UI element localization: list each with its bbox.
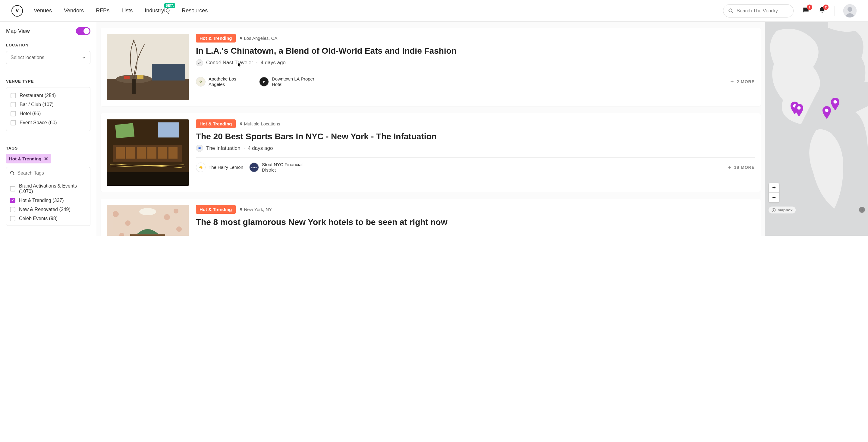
venue-link[interactable]: 🍋The Hairy Lemon — [196, 163, 243, 172]
venue-link[interactable]: StoutStout NYC Financial District — [249, 162, 307, 173]
result-card[interactable]: Hot & Trending Multiple Locations The 20… — [101, 113, 761, 192]
svg-line-5 — [13, 174, 14, 175]
active-tag-chip[interactable]: Hot & Trending ✕ — [6, 154, 51, 164]
pin-icon — [239, 36, 243, 40]
result-thumbnail — [107, 205, 189, 236]
svg-point-34 — [164, 214, 170, 220]
venue-type-event-space[interactable]: Event Space (60) — [10, 118, 86, 127]
tag-option-label: New & Renovated (249) — [19, 207, 70, 212]
tag-celeb-events[interactable]: Celeb Events (98) — [10, 214, 87, 223]
related-venues: 🍋The Hairy Lemon StoutStout NYC Financia… — [196, 162, 755, 173]
tag-hot-trending[interactable]: Hot & Trending (337) — [10, 196, 87, 205]
location-select[interactable]: Select locations — [6, 51, 90, 64]
divider — [196, 157, 755, 158]
result-time: 4 days ago — [261, 60, 286, 66]
more-venues-label: 2 MORE — [737, 79, 755, 84]
nav-vendors[interactable]: Vendors — [64, 7, 84, 14]
result-location-text: Multiple Locations — [244, 121, 280, 126]
map-view-toggle[interactable] — [76, 27, 90, 35]
result-location: Los Angeles, CA — [239, 36, 278, 41]
venue-type-hotel[interactable]: Hotel (96) — [10, 109, 86, 118]
source-logo-icon: IF — [196, 145, 203, 152]
tag-option-label: Hot & Trending (337) — [19, 198, 64, 203]
checkbox-icon — [10, 186, 16, 191]
nav-resources[interactable]: Resources — [182, 7, 208, 14]
svg-rect-17 — [158, 122, 179, 138]
result-card[interactable]: Hot & Trending Los Angeles, CA In L.A.'s… — [101, 28, 761, 106]
venue-name: Stout NYC Financial District — [262, 162, 307, 173]
result-location: Multiple Locations — [239, 121, 280, 126]
svg-rect-7 — [107, 79, 189, 100]
global-search[interactable] — [723, 4, 794, 18]
filters-sidebar: Map View LOCATION Select locations VENUE… — [0, 22, 96, 236]
tag-pill: Hot & Trending — [196, 119, 236, 128]
pin-icon — [239, 122, 243, 126]
brand-logo[interactable]: V — [11, 5, 23, 17]
pin-icon — [239, 207, 243, 212]
venue-link[interactable]: PDowntown LA Proper Hotel — [259, 76, 316, 87]
svg-rect-12 — [137, 76, 144, 79]
notifications-badge: 2 — [823, 4, 829, 10]
nav-rfps[interactable]: RFPs — [96, 7, 110, 14]
nav-venues[interactable]: Venues — [34, 7, 52, 14]
checkbox-icon — [10, 216, 16, 221]
tag-option-label: Celeb Events (98) — [19, 216, 58, 221]
result-thumbnail — [107, 119, 189, 186]
svg-point-3 — [847, 7, 852, 12]
svg-rect-19 — [116, 147, 125, 158]
venue-type-bar-club[interactable]: Bar / Club (107) — [10, 100, 86, 109]
checkbox-icon — [10, 207, 16, 212]
svg-point-46 — [773, 209, 775, 211]
more-venues-button[interactable]: 18 MORE — [727, 165, 755, 170]
result-card[interactable]: Hot & Trending New York, NY The 8 most g… — [101, 199, 761, 236]
brand-logo-letter: V — [16, 8, 19, 13]
remove-tag-icon[interactable]: ✕ — [44, 156, 48, 161]
tag-brand-activations[interactable]: Brand Activations & Events (1070) — [10, 181, 87, 196]
tag-search[interactable] — [6, 167, 90, 179]
messages-button[interactable]: 1 — [802, 6, 810, 16]
nav-lists[interactable]: Lists — [121, 7, 133, 14]
svg-rect-23 — [158, 147, 167, 158]
result-title: The 20 Best Sports Bars In NYC - New Yor… — [196, 131, 755, 142]
venue-type-label: Restaurant (254) — [20, 93, 56, 98]
svg-rect-28 — [107, 172, 189, 186]
nav-industryiq[interactable]: IndustryIQ BETA — [145, 7, 170, 14]
map-pin[interactable] — [830, 98, 840, 110]
checkbox-checked-icon — [10, 198, 16, 203]
map-pin[interactable] — [794, 104, 804, 116]
svg-point-35 — [176, 227, 182, 232]
svg-point-0 — [729, 9, 732, 12]
nav-industryiq-label: IndustryIQ — [145, 7, 170, 13]
map-zoom-out[interactable]: − — [769, 193, 779, 202]
svg-rect-24 — [168, 147, 178, 158]
map-zoom-controls: + − — [769, 183, 779, 203]
svg-point-42 — [797, 106, 801, 110]
venue-name: Downtown LA Proper Hotel — [272, 76, 316, 87]
mapbox-attribution[interactable]: mapbox — [769, 207, 796, 213]
venue-type-label: Event Space (60) — [20, 120, 57, 125]
map-info-button[interactable]: i — [859, 207, 865, 213]
tag-new-renovated[interactable]: New & Renovated (249) — [10, 205, 87, 214]
user-avatar[interactable] — [843, 4, 857, 18]
venue-name: Apotheke Los Angeles — [209, 76, 253, 87]
svg-point-33 — [125, 220, 130, 226]
venue-type-restaurant[interactable]: Restaurant (254) — [10, 91, 86, 100]
header-divider — [835, 6, 835, 16]
tag-search-input[interactable] — [17, 170, 87, 176]
svg-rect-21 — [137, 147, 146, 158]
dot: · — [256, 60, 258, 66]
notifications-button[interactable]: 2 — [818, 6, 826, 16]
map-view-label: Map View — [6, 28, 30, 34]
more-venues-button[interactable]: 2 MORE — [730, 79, 755, 84]
tag-options-list: Brand Activations & Events (1070) Hot & … — [6, 179, 90, 226]
mapbox-icon — [772, 208, 776, 212]
global-search-input[interactable] — [737, 8, 788, 13]
venue-type-list: Restaurant (254) Bar / Club (107) Hotel … — [6, 87, 90, 131]
tag-option-label: Brand Activations & Events (1070) — [19, 183, 87, 194]
venue-link[interactable]: ✿Apotheke Los Angeles — [196, 76, 253, 87]
map-zoom-in[interactable]: + — [769, 183, 779, 193]
map-canvas[interactable] — [765, 22, 868, 236]
checkbox-icon — [10, 120, 16, 125]
venue-type-section-title: VENUE TYPE — [6, 79, 90, 84]
map-pane[interactable]: + − mapbox i — [765, 22, 868, 236]
